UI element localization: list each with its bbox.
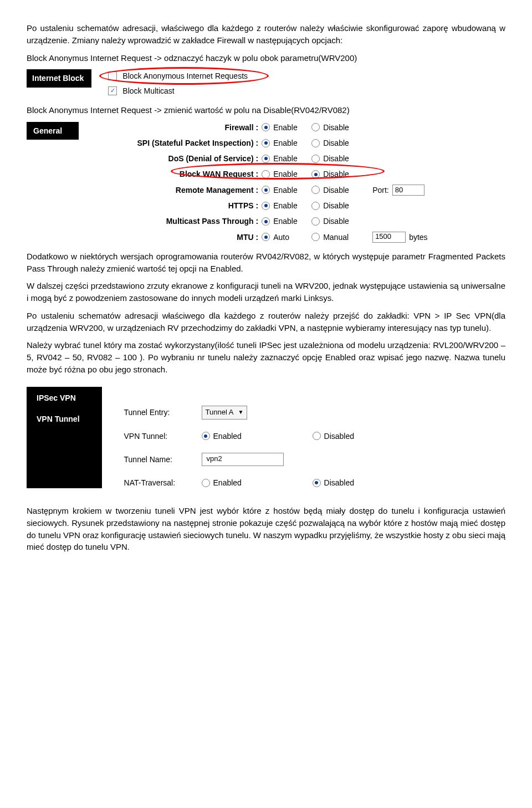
section-header-general: General	[27, 122, 79, 140]
select-tunnel-entry[interactable]: Tunnel A ▼	[202, 406, 248, 420]
setting-label: Block WAN Request :	[112, 168, 262, 180]
paragraph: Block Anonymus Internet Request -> zmien…	[27, 104, 505, 116]
mtu-field: 1500 bytes	[372, 232, 439, 243]
radio-enable[interactable]: Enable	[262, 185, 311, 196]
setting-label: MTU :	[112, 232, 262, 243]
section-header-internet-block: Internet Block	[27, 69, 91, 87]
section-header-ipsec: IPSec VPN VPN Tunnel	[27, 387, 102, 488]
radio-disable[interactable]: Disable	[311, 216, 372, 227]
paragraph: W dalszej części przedstawiono zrzuty ek…	[27, 280, 505, 304]
ipsec-subheader: VPN Tunnel	[37, 413, 80, 425]
figure-internet-block: Internet Block Block Anonymous Internet …	[27, 69, 505, 96]
port-input[interactable]: 80	[392, 185, 424, 196]
firewall-settings-grid: Firewall : Enable Disable SPI (Stateful …	[112, 122, 439, 243]
radio-nat-enabled[interactable]: Enabled	[202, 477, 313, 488]
figure-general-firewall: General Firewall : Enable Disable SPI (S…	[27, 122, 505, 243]
radio-vpn-enabled[interactable]: Enabled	[202, 431, 313, 442]
ipsec-title: IPSec VPN	[37, 392, 80, 403]
paragraph: Dodatkowo w niektórych wersjach oprogram…	[27, 250, 505, 275]
checkbox-multicast[interactable]: ✓	[108, 86, 117, 95]
setting-label: DoS (Denial of Service) :	[112, 153, 262, 164]
chevron-down-icon: ▼	[238, 408, 243, 417]
radio-enable[interactable]: Enable	[262, 200, 311, 211]
figure-ipsec-vpn: IPSec VPN VPN Tunnel Tunnel Entry: Tunne…	[27, 387, 505, 488]
paragraph: Block Anonymus Internet Request -> odzna…	[27, 52, 505, 64]
radio-disable[interactable]: Disable	[311, 185, 372, 196]
radio-enable[interactable]: Enable	[262, 137, 311, 149]
mtu-input[interactable]: 1500	[372, 232, 406, 243]
label-nat-traversal: NAT-Traversal:	[124, 477, 202, 488]
paragraph: Po ustaleniu schematów adresacji właściw…	[27, 310, 505, 334]
radio-disable[interactable]: Disable	[311, 153, 372, 164]
label-tunnel-name: Tunnel Name:	[124, 454, 202, 465]
setting-label: Remote Management :	[112, 185, 262, 196]
radio-nat-disabled[interactable]: Disabled	[313, 477, 379, 488]
label-vpn-tunnel: VPN Tunnel:	[124, 431, 202, 442]
setting-label: Multicast Pass Through :	[112, 216, 262, 227]
input-tunnel-name[interactable]: vpn2	[202, 453, 284, 466]
radio-enable[interactable]: Enable	[262, 168, 311, 180]
port-field: Port: 80	[372, 185, 439, 196]
checkbox-anonymous[interactable]	[108, 71, 117, 80]
radio-disable[interactable]: Disable	[311, 168, 372, 180]
radio-auto[interactable]: Auto	[262, 232, 311, 243]
setting-label: Firewall :	[112, 122, 262, 133]
paragraph: Po ustaleniu schematów adresacji, właści…	[27, 22, 505, 47]
radio-manual[interactable]: Manual	[311, 232, 372, 243]
radio-disable[interactable]: Disable	[311, 200, 372, 211]
label-block-anonymous: Block Anonymous Internet Requests	[122, 70, 248, 81]
setting-label: HTTPS :	[112, 200, 262, 211]
ipsec-settings-grid: Tunnel Entry: Tunnel A ▼ VPN Tunnel: Ena…	[124, 406, 379, 488]
setting-label: SPI (Stateful Packet Inspection) :	[112, 137, 262, 149]
label-block-multicast: Block Multicast	[122, 85, 174, 96]
radio-disable[interactable]: Disable	[311, 122, 372, 133]
radio-disable[interactable]: Disable	[311, 137, 372, 149]
radio-enable[interactable]: Enable	[262, 153, 311, 164]
paragraph: Następnym krokiem w tworzeniu tuneli VPN…	[27, 505, 505, 553]
row-block-anonymous: Block Anonymous Internet Requests	[108, 70, 248, 81]
label-tunnel-entry: Tunnel Entry:	[124, 407, 202, 418]
radio-enable[interactable]: Enable	[262, 122, 311, 133]
paragraph: Należy wybrać tunel który ma zostać wyko…	[27, 339, 505, 375]
radio-enable[interactable]: Enable	[262, 216, 311, 227]
radio-vpn-disabled[interactable]: Disabled	[313, 431, 379, 442]
row-block-multicast: ✓ Block Multicast	[108, 85, 248, 96]
